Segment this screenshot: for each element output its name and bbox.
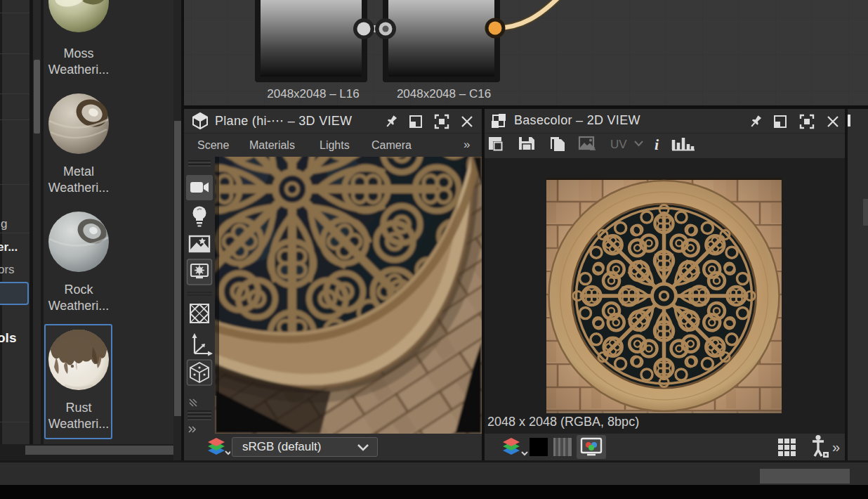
svg-text:»: » xyxy=(832,439,840,455)
svg-text:2048x2048 – C16: 2048x2048 – C16 xyxy=(397,87,491,101)
svg-text:2048x2048 – L16: 2048x2048 – L16 xyxy=(267,87,359,101)
svg-text:UV: UV xyxy=(610,138,627,151)
svg-text:i: i xyxy=(655,136,659,153)
